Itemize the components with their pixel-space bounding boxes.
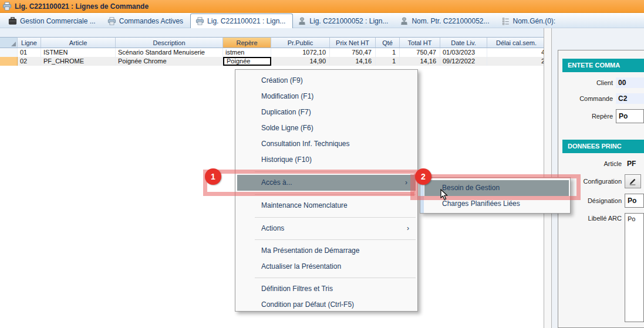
menu-item-acces-a[interactable]: Accès à... › xyxy=(237,175,416,191)
list-icon xyxy=(501,17,510,25)
submenu-arrow-icon: › xyxy=(407,221,409,236)
tab-label: Gestion Commerciale ... xyxy=(20,17,96,25)
tab-label: Lig. C221100021 : Lign... xyxy=(207,17,285,25)
cell-prix-net[interactable]: 750,47 xyxy=(330,48,376,57)
field-article: Article PF xyxy=(558,158,644,169)
col-header-ligne[interactable]: Ligne xyxy=(18,37,41,48)
menu-item-definition-filtres[interactable]: Définition Filtres et Tris xyxy=(235,281,417,297)
commande-value[interactable]: C2 xyxy=(616,93,644,104)
stamp-icon xyxy=(298,17,306,25)
col-header-prix-net-ht[interactable]: Prix Net HT xyxy=(330,37,376,48)
section-header-donnees: DONNEES PRINC xyxy=(562,140,644,153)
row-selector[interactable] xyxy=(0,48,18,57)
menu-separator xyxy=(255,194,416,195)
menu-item-historique[interactable]: Historique (F10) xyxy=(235,152,417,168)
menu-item-creation[interactable]: Création (F9) xyxy=(235,73,417,89)
row-selector[interactable] xyxy=(0,57,18,66)
menu-item-actions[interactable]: Actions › xyxy=(235,221,417,236)
menu-separator xyxy=(255,239,416,240)
tab-lig-c221000052[interactable]: Lig. C221000052 : Lign... xyxy=(293,15,395,28)
cell-repere-selected[interactable]: Poignée xyxy=(223,57,271,66)
menu-item-ma-presentation[interactable]: Ma Présentation de Démarrage xyxy=(235,243,417,259)
cell-article[interactable]: PF_CHROME xyxy=(41,57,116,66)
pen-icon xyxy=(629,177,637,185)
libelle-arc-label: Libellé ARC xyxy=(558,215,622,222)
mouse-cursor-icon xyxy=(440,189,448,201)
menu-item-modification[interactable]: Modification (F1) xyxy=(235,89,417,104)
configuration-button[interactable] xyxy=(625,174,641,188)
repere-label: Repère xyxy=(558,113,613,120)
submenu-arrow-icon: › xyxy=(405,175,407,191)
cell-description[interactable]: Poignée Chrome xyxy=(116,57,223,66)
col-header-total-ht[interactable]: Total HT xyxy=(400,37,440,48)
cell-qte[interactable]: 1 xyxy=(376,48,400,57)
field-designation: Désignation Po xyxy=(558,194,644,208)
client-value[interactable]: 00 xyxy=(616,77,644,88)
tab-lig-c221100021[interactable]: Lig. C221100021 : Lign... xyxy=(190,13,293,28)
tab-bar: Gestion Commerciale ... Commandes Active… xyxy=(0,13,644,28)
col-header-repere[interactable]: Repère xyxy=(223,37,271,48)
tab-gestion-commerciale[interactable]: Gestion Commerciale ... xyxy=(4,15,103,28)
tab-label: Nom.Gén.(0): xyxy=(513,17,556,25)
tab-label: Lig. C221000052 : Lign... xyxy=(309,17,388,25)
context-menu: Création (F9) Modification (F1) Duplicat… xyxy=(235,69,418,312)
col-header-qte[interactable]: Qté xyxy=(376,37,400,48)
cell-delai[interactable]: 4 xyxy=(487,48,546,57)
libelle-arc-textarea[interactable]: Po xyxy=(625,213,644,322)
cell-pr-public[interactable]: 14,90 xyxy=(271,57,330,66)
menu-item-condition-defaut[interactable]: Condition par Défaut (Ctrl-F5) xyxy=(235,297,417,313)
col-header-article[interactable]: Article xyxy=(41,37,116,48)
order-lines-grid: Ligne Article Description Repère Pr.Publ… xyxy=(0,37,546,66)
cell-date-liv[interactable]: 01/03/2023 xyxy=(440,48,487,57)
col-header-delai[interactable]: Délai cal.sem. xyxy=(487,37,546,48)
printer-icon xyxy=(195,17,204,25)
menu-item-consultation[interactable]: Consultation Inf. Techniques xyxy=(235,136,417,152)
menu-item-solde-ligne[interactable]: Solde Ligne (F6) xyxy=(235,120,417,136)
detail-panel-body: ENTETE COMMA Client 00 Commande C2 Repèr… xyxy=(558,50,644,328)
menu-separator xyxy=(255,217,416,218)
col-header-date-liv[interactable]: Date Liv. xyxy=(440,37,487,48)
cell-article[interactable]: ISTMEN xyxy=(41,48,116,57)
col-header-pr-public[interactable]: Pr.Public xyxy=(271,37,330,48)
menu-item-actualiser[interactable]: Actualiser la Présentation xyxy=(235,259,417,275)
cell-date-liv[interactable]: 09/12/2022 xyxy=(440,57,487,66)
menu-item-label: Accès à... xyxy=(261,178,292,187)
table-row[interactable]: 01 ISTMEN Scénario Standard Menuiserie i… xyxy=(0,48,546,57)
window-title: Lig. C221100021 : Lignes de Commande xyxy=(15,2,149,11)
field-commande: Commande C2 xyxy=(558,93,644,104)
menu-separator xyxy=(255,278,416,278)
table-row[interactable]: 02 PF_CHROME Poignée Chrome Poignée 14,9… xyxy=(0,57,546,66)
commande-label: Commande xyxy=(558,95,613,102)
cell-delai[interactable]: 2 xyxy=(487,57,546,66)
designation-input[interactable]: Po xyxy=(625,194,644,208)
menu-item-duplication[interactable]: Duplication (F7) xyxy=(235,104,417,120)
printer-icon xyxy=(107,17,116,25)
cell-pr-public[interactable]: 1072,10 xyxy=(271,48,330,57)
printer-icon xyxy=(2,2,12,11)
field-libelle-arc: Libellé ARC Po xyxy=(558,213,644,322)
field-repere: Repère Po xyxy=(558,109,644,123)
briefcase-icon xyxy=(8,17,17,25)
app-window: Lig. C221100021 : Lignes de Commande Ges… xyxy=(0,0,644,328)
select-all-corner[interactable] xyxy=(0,37,18,48)
tab-label: Commandes Actives xyxy=(119,17,183,25)
corner-triangle-icon xyxy=(11,42,16,46)
menu-item-maintenance-nomenclature[interactable]: Maintenance Nomenclature xyxy=(235,198,417,214)
repere-input[interactable]: Po xyxy=(616,109,644,123)
cell-repere[interactable]: istmen xyxy=(223,48,271,57)
cell-description[interactable]: Scénario Standard Menuiserie xyxy=(116,48,223,57)
cell-ligne[interactable]: 01 xyxy=(18,48,41,57)
tab-commandes-actives[interactable]: Commandes Actives xyxy=(103,15,190,28)
tab-label: Nom. Ptr. C221000052... xyxy=(412,17,489,25)
cell-qte[interactable]: 1 xyxy=(376,57,400,66)
cell-ligne[interactable]: 02 xyxy=(18,57,41,66)
tab-nom-gen[interactable]: Nom.Gén.(0): xyxy=(497,15,563,28)
cell-total-ht[interactable]: 750,47 xyxy=(400,48,440,57)
article-value[interactable]: PF xyxy=(625,158,644,169)
menu-separator xyxy=(255,171,416,172)
section-header-entete: ENTETE COMMA xyxy=(562,59,644,72)
cell-total-ht[interactable]: 14,16 xyxy=(400,57,440,66)
col-header-description[interactable]: Description xyxy=(116,37,223,48)
cell-prix-net[interactable]: 14,16 xyxy=(330,57,376,66)
tab-nom-ptr[interactable]: Nom. Ptr. C221000052... xyxy=(395,15,496,28)
